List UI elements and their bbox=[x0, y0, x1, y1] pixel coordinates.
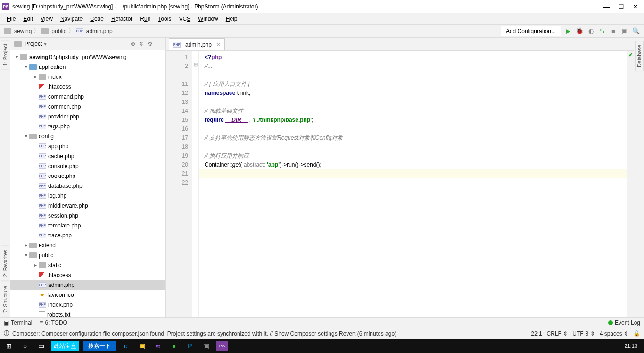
tree-file[interactable]: PHPcache.php bbox=[10, 151, 165, 161]
tool-terminal[interactable]: ▣Terminal bbox=[4, 319, 32, 326]
tree-file[interactable]: PHPindex.php bbox=[10, 300, 165, 310]
menu-navigate[interactable]: Navigate bbox=[58, 15, 85, 23]
php-file-icon: PHP bbox=[39, 183, 46, 189]
tree-file[interactable]: PHPprovider.php bbox=[10, 111, 165, 121]
taskbar-app[interactable]: PS bbox=[216, 341, 228, 351]
status-message[interactable]: Composer: Composer configuration file co… bbox=[12, 330, 396, 337]
menu-tools[interactable]: Tools bbox=[155, 15, 174, 23]
text-file-icon bbox=[39, 311, 45, 318]
tree-folder[interactable]: ▸static bbox=[10, 260, 165, 270]
chevron-down-icon[interactable]: ▾ bbox=[44, 41, 47, 47]
tree-file[interactable]: robots.txt bbox=[10, 310, 165, 317]
php-file-icon: PHP bbox=[39, 302, 46, 308]
tree-file[interactable]: PHPcommand.php bbox=[10, 92, 165, 101]
taskbar-app[interactable]: ∞ bbox=[152, 341, 164, 351]
start-icon[interactable]: ⊞ bbox=[3, 341, 15, 351]
php-file-icon: PHP bbox=[39, 203, 46, 209]
tree-file[interactable]: PHPtemplate.php bbox=[10, 220, 165, 230]
tree-file[interactable]: PHPsession.php bbox=[10, 210, 165, 220]
viewport-icon[interactable]: ▣ bbox=[620, 27, 629, 35]
taskbar-app[interactable]: P bbox=[184, 341, 196, 351]
debug-icon[interactable]: 🐞 bbox=[575, 27, 584, 35]
menu-vcs[interactable]: VCS bbox=[176, 15, 193, 23]
menu-code[interactable]: Code bbox=[87, 15, 107, 23]
hide-icon[interactable]: — bbox=[156, 41, 162, 47]
search-icon[interactable]: ○ bbox=[19, 341, 31, 351]
taskbar-clock[interactable]: 21:13 bbox=[624, 343, 641, 349]
windows-taskbar: ⊞ ○ ▭ 建站宝盒 搜索一下 e ▣ ∞ ● P ▣ PS 21:13 bbox=[0, 339, 644, 353]
tree-folder[interactable]: ▾application bbox=[10, 62, 165, 72]
sidebar-tab-project[interactable]: 1: Project bbox=[1, 40, 9, 70]
htaccess-icon bbox=[39, 272, 45, 278]
task-view-icon[interactable]: ▭ bbox=[35, 341, 47, 351]
tree-folder[interactable]: ▾config bbox=[10, 131, 165, 141]
taskbar-app[interactable]: ▣ bbox=[136, 341, 148, 351]
fold-column[interactable]: ⊞ bbox=[192, 51, 199, 317]
indent-settings[interactable]: 4 spaces ⇕ bbox=[600, 330, 628, 337]
code-editor[interactable]: 12 111213141516171819202122 ⊞ <?php //..… bbox=[166, 51, 634, 317]
attach-icon[interactable]: ⇆ bbox=[598, 27, 606, 35]
tree-folder[interactable]: ▸extend bbox=[10, 240, 165, 250]
project-icon bbox=[14, 41, 22, 47]
php-file-icon: PHP bbox=[39, 193, 46, 199]
file-encoding[interactable]: UTF-8 ⇕ bbox=[572, 330, 594, 337]
sidebar-tab-database[interactable]: Database bbox=[635, 41, 644, 71]
tree-file[interactable]: ★favicon.ico bbox=[10, 290, 165, 300]
taskbar-app[interactable]: ▣ bbox=[200, 341, 212, 351]
tree-file[interactable]: PHPconsole.php bbox=[10, 161, 165, 171]
menu-run[interactable]: Run bbox=[137, 15, 153, 23]
tree-file[interactable]: .htaccess bbox=[10, 270, 165, 280]
menu-edit[interactable]: Edit bbox=[20, 15, 36, 23]
tab-close-icon[interactable]: ✕ bbox=[216, 42, 221, 48]
window-title: sewing [D:\phpstudy_pro\WWW\sewing] - ..… bbox=[12, 3, 603, 10]
lock-icon[interactable]: 🔓 bbox=[633, 330, 640, 337]
php-file-icon: PHP bbox=[173, 42, 181, 48]
taskbar-app[interactable]: ● bbox=[168, 341, 180, 351]
tree-file-selected[interactable]: PHPadmin.php bbox=[10, 280, 165, 290]
run-icon[interactable]: ▶ bbox=[564, 27, 572, 35]
taskbar-app[interactable]: e bbox=[120, 341, 132, 351]
breadcrumb-file[interactable]: admin.php bbox=[86, 28, 113, 34]
editor-tab[interactable]: PHP admin.php ✕ bbox=[169, 38, 225, 50]
taskbar-search-box[interactable]: 搜索一下 bbox=[83, 341, 116, 351]
tree-file[interactable]: PHPlog.php bbox=[10, 191, 165, 201]
event-log-button[interactable]: Event Log bbox=[608, 319, 640, 326]
tree-file[interactable]: PHPcommon.php bbox=[10, 101, 165, 111]
menu-file[interactable]: File bbox=[4, 15, 18, 23]
close-icon[interactable]: ✕ bbox=[633, 3, 638, 10]
menu-view[interactable]: View bbox=[38, 15, 56, 23]
cursor-position[interactable]: 22:1 bbox=[531, 330, 542, 337]
taskbar-app[interactable]: 建站宝盒 bbox=[51, 341, 79, 351]
stop-icon[interactable]: ■ bbox=[609, 27, 618, 35]
menu-refactor[interactable]: Refactor bbox=[108, 15, 135, 23]
tree-folder[interactable]: ▾public bbox=[10, 250, 165, 260]
breadcrumb-root[interactable]: sewing bbox=[14, 28, 32, 34]
maximize-icon[interactable]: ☐ bbox=[618, 3, 624, 10]
minimize-icon[interactable]: — bbox=[603, 3, 610, 10]
tree-file[interactable]: PHPapp.php bbox=[10, 141, 165, 151]
tree-file[interactable]: .htaccess bbox=[10, 82, 165, 92]
tree-file[interactable]: PHPcookie.php bbox=[10, 171, 165, 181]
sidebar-tab-favorites[interactable]: 2: Favorites bbox=[1, 245, 9, 281]
tree-root[interactable]: ▾sewing D:\phpstudy_pro\WWW\sewing bbox=[10, 52, 165, 62]
tree-file[interactable]: PHPdatabase.php bbox=[10, 181, 165, 191]
code-content[interactable]: <?php //... // [ 应用入口文件 ] namespace thin… bbox=[199, 51, 627, 317]
tree-file[interactable]: PHPmiddleware.php bbox=[10, 201, 165, 210]
breadcrumb-folder[interactable]: public bbox=[51, 28, 66, 34]
coverage-icon[interactable]: ◐ bbox=[586, 27, 595, 35]
tree-folder[interactable]: ▸index bbox=[10, 72, 165, 82]
line-separator[interactable]: CRLF ⇕ bbox=[547, 330, 568, 337]
tool-todo[interactable]: ≡6: TODO bbox=[40, 319, 67, 326]
sidebar-tab-structure[interactable]: 7: Structure bbox=[1, 282, 9, 317]
gear-icon[interactable]: ✿ bbox=[148, 41, 152, 47]
collapse-icon[interactable]: ⇕ bbox=[139, 41, 144, 47]
error-stripe[interactable]: ✔ bbox=[627, 51, 634, 317]
add-configuration-button[interactable]: Add Configuration... bbox=[501, 26, 561, 36]
locate-icon[interactable]: ⊕ bbox=[131, 41, 135, 47]
search-icon[interactable]: 🔍 bbox=[632, 27, 640, 35]
menu-window[interactable]: Window bbox=[195, 15, 221, 23]
menu-help[interactable]: Help bbox=[223, 15, 240, 23]
tree-file[interactable]: PHPtags.php bbox=[10, 121, 165, 131]
tab-label: admin.php bbox=[185, 42, 212, 48]
tree-file[interactable]: PHPtrace.php bbox=[10, 230, 165, 240]
